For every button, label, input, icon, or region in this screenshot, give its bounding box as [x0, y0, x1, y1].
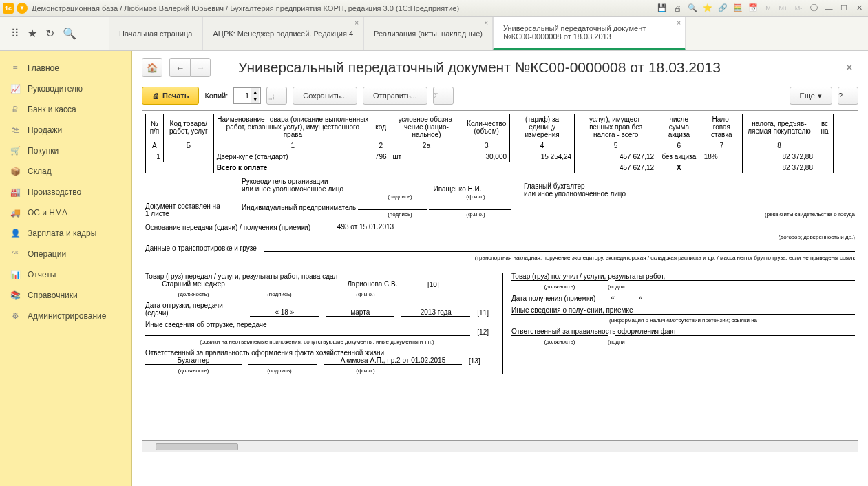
- tab-upd[interactable]: Универсальный передаточный документ №КС0…: [493, 17, 686, 50]
- tabs-left-tools: ⠿ ★ ↻ 🔍: [0, 17, 109, 50]
- tab-start[interactable]: Начальная страница: [109, 17, 202, 50]
- apps-icon[interactable]: ⠿: [11, 27, 19, 40]
- sidebar-item-purchases[interactable]: 🛒Покупки: [0, 140, 131, 161]
- save-button[interactable]: Сохранить...: [293, 87, 357, 105]
- close-doc-icon[interactable]: ×: [840, 61, 858, 75]
- content: 🏠 ← → Универсальный передаточный докумен…: [132, 51, 868, 486]
- sidebar-item-warehouse[interactable]: 📦Склад: [0, 161, 131, 182]
- window-title: Демонстрационная база / Любимов Валерий …: [32, 4, 656, 12]
- send-button[interactable]: Отправить...: [363, 87, 427, 105]
- m-plus-icon[interactable]: M+: [777, 2, 790, 14]
- sidebar: ≡Главное 📈Руководителю ₽Банк и касса 🛍Пр…: [0, 51, 132, 486]
- spin-up-icon[interactable]: ▲: [251, 88, 259, 96]
- tabs-row: ⠿ ★ ↻ 🔍 Начальная страница АЦРК: Менедже…: [0, 17, 868, 51]
- ruble-icon: ₽: [10, 105, 21, 114]
- preview-icon[interactable]: 🔍: [686, 2, 699, 14]
- th-rate: Нало-говая ставка: [701, 114, 742, 140]
- factory-icon: 🏭: [10, 187, 21, 197]
- star-icon[interactable]: ⭐: [701, 2, 714, 14]
- m-minus-icon[interactable]: M: [762, 2, 774, 14]
- th-vs: вс на: [816, 114, 833, 140]
- sidebar-item-reports[interactable]: 📊Отчеты: [0, 264, 131, 285]
- print-button[interactable]: 🖨 Печать: [142, 87, 199, 105]
- dropdown-icon[interactable]: ▼: [17, 3, 28, 14]
- th-total: налога, предъяв-ляемая покупателю: [742, 114, 816, 140]
- th-qty: Коли-чество (объем): [463, 114, 510, 140]
- gear-icon: ⚙: [10, 311, 21, 321]
- ops-icon: ᴬᵏ: [10, 249, 21, 259]
- box-icon: 📦: [10, 167, 21, 176]
- tab-close-icon[interactable]: ×: [677, 19, 681, 27]
- hscrollbar[interactable]: [142, 441, 858, 452]
- close-icon[interactable]: ✕: [853, 2, 865, 14]
- th-price: (тариф) за единицу измерения: [510, 114, 575, 140]
- toggle-button[interactable]: ⬚: [266, 87, 287, 105]
- favorites-icon[interactable]: ★: [28, 27, 37, 40]
- upd-table: № п/п Код товара/ работ, услуг Наименова…: [145, 114, 834, 173]
- app-logo-icon: 1c: [3, 3, 14, 14]
- tab-close-icon[interactable]: ×: [354, 19, 359, 27]
- tab-acrk[interactable]: АЦРК: Менеджер подписей. Редакция 4×: [202, 17, 363, 50]
- scrollbar-thumb[interactable]: [156, 443, 238, 450]
- sidebar-item-catalogs[interactable]: 📚Справочники: [0, 285, 131, 306]
- copies-label: Копий:: [204, 92, 228, 100]
- tab-realization[interactable]: Реализация (акты, накладные)×: [363, 17, 493, 50]
- sidebar-item-bank[interactable]: ₽Банк и касса: [0, 99, 131, 120]
- search-icon[interactable]: 🔍: [63, 27, 76, 40]
- signature-area: Документ составлен на 1 листе Руководите…: [145, 178, 855, 374]
- doc-scroll[interactable]: № п/п Код товара/ работ, услуг Наименова…: [142, 110, 858, 441]
- more-button[interactable]: Еще ▾: [790, 87, 832, 105]
- minimize-icon[interactable]: —: [823, 2, 835, 14]
- th-ucode: код: [372, 114, 390, 140]
- forward-button[interactable]: →: [190, 58, 211, 77]
- sidebar-item-os-nma[interactable]: 🚚ОС и НМА: [0, 202, 131, 223]
- link-icon[interactable]: 🔗: [717, 2, 729, 14]
- titlebar: 1c ▼ Демонстрационная база / Любимов Вал…: [0, 0, 868, 17]
- cart-icon: 🛒: [10, 146, 21, 156]
- titlebar-icons: 💾 🖨 🔍 ⭐ 🔗 🧮 📅 M M+ M- ⓘ — ☐ ✕: [656, 2, 865, 14]
- table-row: 1 Двери-купе (стандарт) 796 шт 30,000 15…: [146, 151, 834, 162]
- calc-icon[interactable]: 🧮: [732, 2, 744, 14]
- copies-input[interactable]: [234, 92, 251, 100]
- sidebar-item-production[interactable]: 🏭Производство: [0, 182, 131, 202]
- home-button[interactable]: 🏠: [142, 58, 162, 77]
- sidebar-item-salary[interactable]: 👤Зарплата и кадры: [0, 223, 131, 244]
- back-button[interactable]: ←: [169, 58, 190, 77]
- menu-icon: ≡: [10, 63, 21, 73]
- sidebar-item-sales[interactable]: 🛍Продажи: [0, 120, 131, 140]
- spin-down-icon[interactable]: ▼: [251, 96, 259, 103]
- th-code: Код товара/ работ, услуг: [163, 114, 213, 140]
- sidebar-item-operations[interactable]: ᴬᵏОперации: [0, 244, 131, 264]
- person-icon: 👤: [10, 229, 21, 238]
- maximize-icon[interactable]: ☐: [838, 2, 850, 14]
- bag-icon: 🛍: [10, 125, 21, 135]
- chart-icon: 📈: [10, 84, 21, 94]
- print-icon[interactable]: 🖨: [671, 2, 684, 14]
- sidebar-item-admin[interactable]: ⚙Администрирование: [0, 306, 131, 326]
- document-title: Универсальный передаточный документ №КС0…: [238, 59, 833, 76]
- save-icon[interactable]: 💾: [656, 2, 668, 14]
- th-name: Наименование товара (описание выполненны…: [213, 114, 372, 140]
- th-npp: № п/п: [146, 114, 164, 140]
- calendar-icon[interactable]: 📅: [747, 2, 759, 14]
- m-minus2-icon[interactable]: M-: [792, 2, 805, 14]
- history-icon[interactable]: ↻: [45, 27, 54, 40]
- th-uname: условное обозна-чение (нацио-нальное): [390, 114, 463, 140]
- bars-icon: 📊: [10, 270, 21, 279]
- info-icon[interactable]: ⓘ: [807, 2, 820, 14]
- sidebar-item-main[interactable]: ≡Главное: [0, 58, 131, 78]
- th-sum: услуг), имущест-венных прав без налога -…: [575, 114, 657, 140]
- right-sign-column: Товар (груз) получил / услуги, результат…: [502, 273, 855, 374]
- table-total-row: Всего к оплате 457 627,12 Х 82 372,88: [146, 162, 834, 173]
- truck-icon: 🚚: [10, 208, 21, 218]
- sigma-button[interactable]: Σ: [433, 87, 454, 105]
- doc-toolbar: 🖨 Печать Копий: ▲▼ ⬚ Сохранить... Отправ…: [142, 87, 858, 105]
- help-button[interactable]: ?: [838, 87, 858, 105]
- books-icon: 📚: [10, 290, 21, 300]
- sidebar-item-manager[interactable]: 📈Руководителю: [0, 78, 131, 99]
- copies-spinner[interactable]: ▲▼: [233, 87, 261, 104]
- tab-close-icon[interactable]: ×: [484, 19, 488, 27]
- th-excise: числе сумма акциза: [657, 114, 701, 140]
- left-sign-column: Товар (груз) передал / услуги, результат…: [145, 273, 489, 374]
